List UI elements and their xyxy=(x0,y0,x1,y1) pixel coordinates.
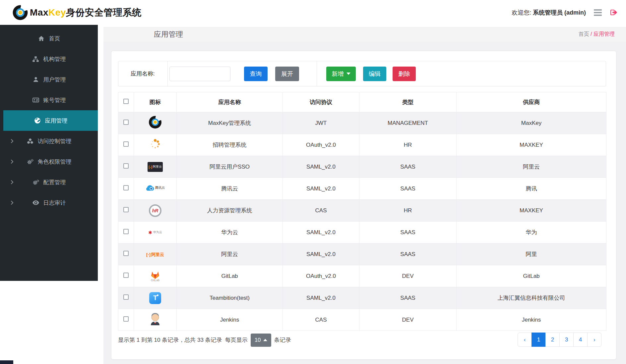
protocol-cell: CAS xyxy=(283,200,359,222)
sidebar-item-label: 访问控制管理 xyxy=(38,137,72,145)
sidebar-item-home[interactable]: 首页 xyxy=(0,28,98,49)
row-checkbox[interactable] xyxy=(123,141,129,147)
header-protocol: 访问协议 xyxy=(283,92,359,112)
sidebar-item-label: 日志审计 xyxy=(43,199,66,207)
protocol-cell: CAS xyxy=(283,309,359,331)
protocol-cell: SAML_v2.0 xyxy=(283,222,359,243)
sidebar-item-label: 首页 xyxy=(49,35,60,42)
header-vendor: 供应商 xyxy=(457,92,606,112)
sidebar-item-label: 角色权限管理 xyxy=(38,158,72,166)
row-checkbox[interactable] xyxy=(123,251,129,256)
pagination-page-2[interactable]: 2 xyxy=(545,333,560,347)
table-row[interactable]: 腾讯云腾讯云SAML_v2.0SAAS腾讯 xyxy=(118,178,606,200)
app-name-input[interactable] xyxy=(169,67,230,81)
row-checkbox[interactable] xyxy=(123,229,129,234)
vendor-cell: MaxKey xyxy=(457,112,606,134)
table-row[interactable]: TTeambition(test)SAML_v2.0SAAS上海汇翼信息科技有限… xyxy=(118,287,606,309)
sidebar-item-label: 用户管理 xyxy=(43,76,66,83)
type-cell: DEV xyxy=(359,309,457,331)
vendor-cell: GitLab xyxy=(457,265,606,287)
sidebar-item-config[interactable]: 配置管理 xyxy=(0,172,98,192)
pagination: ‹1234› xyxy=(518,333,601,347)
sidebar-item-audit[interactable]: 日志审计 xyxy=(0,192,98,213)
breadcrumb-home-link[interactable]: 首页 xyxy=(579,31,589,37)
type-cell: SAAS xyxy=(359,287,457,309)
app-name-cell: 腾讯云 xyxy=(177,178,283,200)
row-checkbox[interactable] xyxy=(123,207,129,212)
jenkins-icon xyxy=(150,312,161,326)
type-cell: HR xyxy=(359,134,457,156)
add-button[interactable]: 新增 xyxy=(326,67,356,81)
sidebar-item-user[interactable]: 用户管理 xyxy=(0,69,98,90)
vendor-cell: MAXKEY xyxy=(457,200,606,222)
sidebar-menu: 首页机构管理用户管理账号管理应用管理访问控制管理角色权限管理配置管理日志审计 xyxy=(0,28,98,213)
header-name: 应用名称 xyxy=(177,92,283,112)
row-checkbox[interactable] xyxy=(123,185,129,190)
tencent-cloud-icon: 腾讯云 xyxy=(146,185,165,191)
sidebar-item-role[interactable]: 角色权限管理 xyxy=(0,151,98,172)
table-row[interactable]: 招聘管理系统OAuth_v2.0HRMAXKEY xyxy=(118,134,606,156)
breadcrumb: 首页 / 应用管理 xyxy=(579,31,615,38)
vendor-cell: 腾讯 xyxy=(457,178,606,200)
vendor-cell: 阿里云 xyxy=(457,156,606,178)
sidebar-item-access[interactable]: 访问控制管理 xyxy=(0,131,98,151)
sidebar-item-label: 配置管理 xyxy=(43,179,66,186)
gears-icon xyxy=(27,159,34,165)
row-checkbox[interactable] xyxy=(123,163,129,169)
table-header-row: 图标 应用名称 访问协议 类型 供应商 xyxy=(118,92,606,112)
expand-button[interactable]: 展开 xyxy=(275,67,299,81)
aliyun-dark-icon: [-]阿里云 xyxy=(148,162,163,172)
globe-icon xyxy=(34,117,41,124)
page-size-dropdown[interactable]: 10 xyxy=(251,334,271,347)
table-row[interactable]: ✱华为云华为云SAML_v2.0SAAS华为 xyxy=(118,222,606,243)
pagination-page-4[interactable]: 4 xyxy=(573,333,588,347)
search-label: 应用名称: xyxy=(118,61,168,86)
user-icon xyxy=(32,77,39,82)
table-row[interactable]: [-]阿里云阿里云用户SSOSAML_v2.0SAAS阿里云 xyxy=(118,156,606,178)
breadcrumb-separator: / xyxy=(591,31,592,37)
chevron-right-icon xyxy=(11,200,14,205)
app-name-cell: Jenkins xyxy=(177,309,283,331)
select-all-header xyxy=(118,92,134,112)
pagination-next[interactable]: › xyxy=(587,333,601,347)
row-checkbox[interactable] xyxy=(123,316,129,322)
caret-down-icon xyxy=(346,73,350,75)
sidebar-item-org[interactable]: 机构管理 xyxy=(0,49,98,69)
main-content: 应用名称: 查询 展开 新增 编辑 删除 图标 应用名称 访问协议 类型 供应商 xyxy=(103,42,626,364)
welcome-text: 欢迎您: 系统管理员 (admin) xyxy=(512,9,586,17)
table-row[interactable]: JenkinsCASDEVJenkins xyxy=(118,309,606,331)
app-name-cell: MaxKey管理系统 xyxy=(177,112,283,134)
chevron-right-icon xyxy=(11,139,14,143)
pagination-page-1[interactable]: 1 xyxy=(532,333,546,347)
table-row[interactable]: [-]阿里云阿里云SAML_v2.0SAAS阿里 xyxy=(118,243,606,265)
pagination-summary: 显示第 1 到第 10 条记录，总共 33 条记录 每页显示 10 条记录 xyxy=(118,333,291,347)
vendor-cell: 华为 xyxy=(457,222,606,243)
logout-icon[interactable] xyxy=(610,9,617,16)
edit-button[interactable]: 编辑 xyxy=(363,67,386,81)
query-button[interactable]: 查询 xyxy=(244,67,268,81)
breadcrumb-current: 应用管理 xyxy=(594,31,615,37)
pagination-prev[interactable]: ‹ xyxy=(518,333,532,347)
row-checkbox[interactable] xyxy=(123,294,129,300)
sidebar: 首页机构管理用户管理账号管理应用管理访问控制管理角色权限管理配置管理日志审计 xyxy=(0,25,98,281)
search-toolbar: 应用名称: 查询 展开 新增 编辑 删除 xyxy=(118,61,606,86)
delete-button[interactable]: 删除 xyxy=(393,67,416,81)
row-checkbox[interactable] xyxy=(123,120,129,125)
app-name-cell: 华为云 xyxy=(177,222,283,243)
per-page-label: 每页显示 xyxy=(225,336,248,344)
app-name-cell: 阿里云 xyxy=(177,243,283,265)
protocol-cell: SAML_v2.0 xyxy=(283,156,359,178)
table-row[interactable]: MaxKey管理系统JWTMANAGEMENTMaxKey xyxy=(118,112,606,134)
select-all-checkbox[interactable] xyxy=(123,99,129,104)
table-row[interactable]: GitLabGitLabOAuth_v2.0DEVGitLab xyxy=(118,265,606,287)
header-icon: 图标 xyxy=(134,92,177,112)
protocol-cell: SAML_v2.0 xyxy=(283,287,359,309)
pagination-page-3[interactable]: 3 xyxy=(559,333,574,347)
type-cell: DEV xyxy=(359,265,457,287)
sidebar-item-app[interactable]: 应用管理 xyxy=(3,110,98,131)
sidebar-item-account[interactable]: 账号管理 xyxy=(0,90,98,110)
row-checkbox[interactable] xyxy=(123,273,129,278)
table-row[interactable]: hR人力资源管理系统CASHRMAXKEY xyxy=(118,200,606,222)
menu-icon[interactable] xyxy=(593,8,603,17)
maxkey-app-icon xyxy=(149,116,161,129)
